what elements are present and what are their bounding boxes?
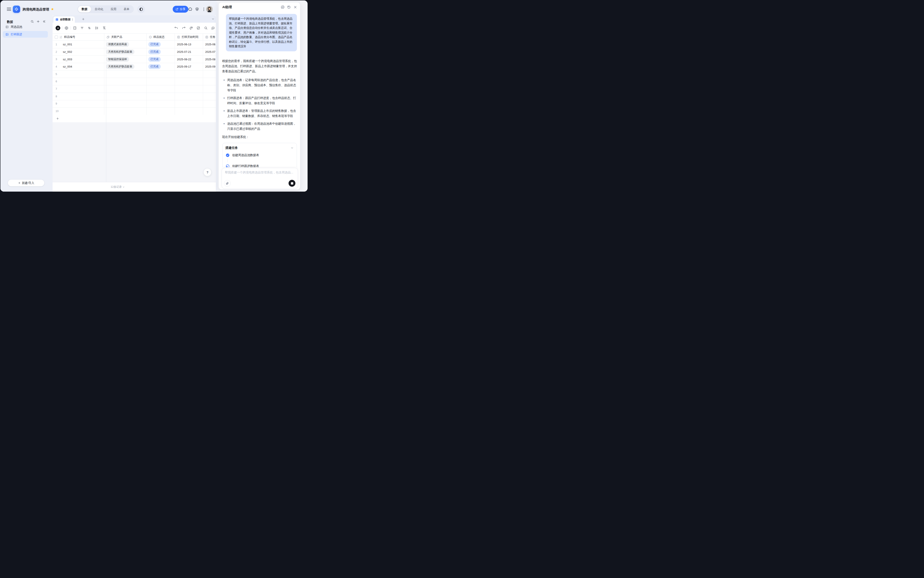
record-count-label: 12条记录 [111,185,122,189]
collapse-sidebar-icon[interactable] [42,19,46,23]
product-chip[interactable]: 便携式迷你风扇 [106,42,129,47]
column-header-related-product[interactable]: 关联产品 [104,34,147,41]
app-logo-icon[interactable] [13,6,20,13]
task-date-cell[interactable]: 2025-08 [203,58,216,61]
product-chip[interactable]: 天然有机护肤品套装 [106,49,135,54]
status-badge[interactable]: 已完成 [148,64,161,69]
select-all-checkbox[interactable] [55,36,58,39]
table-footer-bar: 12条记录 [53,182,216,192]
sort-icon[interactable] [88,26,91,30]
sidebar-item-weekly-pool[interactable]: 周选品池 [3,24,48,30]
table-row[interactable]: 10 [53,107,216,115]
fields-icon[interactable] [73,26,77,30]
spinner-icon [225,164,230,167]
tab-data[interactable]: 数据 [78,6,91,12]
product-chip[interactable]: 天然有机护肤品套装 [106,64,135,69]
sample-id-cell[interactable]: sz_003 [60,58,72,61]
ai-chat-scroll[interactable]: 帮我搭建一个跨境电商选品管理系统，包含周选品池、打样跟进、新品上市跟进销量管理。… [219,12,300,167]
status-badge[interactable]: 已完成 [148,42,161,47]
settings-icon[interactable] [65,26,68,30]
chevron-down-icon[interactable] [211,17,215,21]
table-header-row: 样品编号 关联产品 样品状态 打样开始时间 任务 [53,33,216,41]
avatar[interactable] [206,6,213,13]
history-icon[interactable] [287,5,291,9]
theme-toggle-button[interactable] [137,5,145,13]
view-tab-bar: 全部数据 [53,15,216,23]
sample-id-cell[interactable]: sz_001 [60,43,72,46]
search-table-icon[interactable] [204,26,208,30]
status-badge[interactable]: 已完成 [148,57,161,62]
filter-icon[interactable] [80,26,84,30]
sidebar-item-label: 打样跟进 [11,32,22,36]
product-chip[interactable]: 智能温控保温杯 [106,57,129,62]
table-row[interactable]: 1sz_001 便携式迷你风扇 已完成 2025-06-13 2025-06 [53,41,216,48]
attach-button[interactable] [224,180,231,187]
grid-view-icon [55,18,58,21]
sidebar-item-label: 周选品池 [11,25,22,29]
table-row[interactable]: 9 [53,100,216,108]
sidebar-item-sampling[interactable]: 打样跟进 [3,31,48,37]
tab-forms[interactable]: 表单 [120,6,133,12]
undo-icon[interactable] [174,26,178,30]
table-row[interactable]: 3sz_003 智能温控保温杯 已完成 2025-08-22 2025-08 [53,55,216,63]
search-icon[interactable] [30,19,34,23]
column-label: 样品编号 [64,35,75,39]
add-view-button[interactable] [81,17,85,21]
new-import-button[interactable]: 新建/导入 [8,180,44,186]
comment-icon[interactable] [211,26,215,30]
mode-tabs: 数据 自动化 应用 表单 [77,5,134,13]
row-height-icon[interactable] [95,26,99,30]
bullet-item: 周选品池表：记录每周筛选的产品信息，包含产品名称、类别、供应商、预估成本、预估售… [222,77,297,93]
task-date-cell[interactable]: 2025-07 [203,50,216,54]
table-row[interactable]: 8 [53,93,216,100]
row-number: 7 [53,88,60,91]
redo-icon[interactable] [182,26,186,30]
view-more-icon[interactable] [72,18,73,21]
table-row[interactable]: 5 [53,71,216,78]
sample-id-cell[interactable]: sz_002 [60,50,72,54]
help-button[interactable]: ? [203,168,211,176]
reminder-icon[interactable] [189,26,193,30]
ai-reply-bullets: 周选品池表：记录每周筛选的产品信息，包含产品名称、类别、供应商、预估成本、预估售… [222,77,297,131]
view-tab-all-data[interactable]: 全部数据 [53,16,75,23]
add-row-button[interactable] [53,115,216,122]
hamburger-menu-button[interactable] [7,8,11,11]
close-icon[interactable] [293,5,297,9]
start-date-cell[interactable]: 2025-09-17 [175,65,191,68]
column-header-sample-id[interactable]: 样品编号 [53,34,104,41]
shield-lock-icon[interactable] [195,7,199,11]
tab-apps[interactable]: 应用 [107,6,120,12]
task-date-cell[interactable]: 2025-09 [203,65,216,68]
table-row[interactable]: 7 [53,85,216,93]
plus-icon [56,117,59,120]
stop-button[interactable] [289,180,295,187]
chevron-down-icon[interactable] [290,146,294,149]
start-date-cell[interactable]: 2025-07-21 [175,50,191,54]
column-header-task[interactable]: 任务 [203,34,216,41]
paint-icon[interactable] [102,26,106,30]
task-item-done[interactable]: 创建周选品池数据表 [225,153,294,157]
start-date-cell[interactable]: 2025-08-22 [175,58,191,61]
share-button[interactable]: 分享 [173,6,188,13]
star-icon[interactable]: ★ [51,7,54,11]
task-date-cell[interactable]: 2025-06 [203,43,216,46]
more-icon[interactable] [202,7,205,11]
start-date-cell[interactable]: 2025-06-13 [175,43,191,46]
column-header-start-date[interactable]: 打样开始时间 [175,34,203,41]
status-badge[interactable]: 已完成 [148,49,161,54]
table-row[interactable]: 2sz_002 天然有机护肤品套装 已完成 2025-07-21 2025-07 [53,48,216,56]
sample-id-cell[interactable]: sz_004 [60,65,72,68]
extension-icon[interactable] [188,7,192,11]
table-row[interactable]: 4sz_004 天然有机护肤品套装 已完成 2025-09-17 2025-09 [53,63,216,71]
record-count[interactable]: 12条记录 [111,185,125,189]
new-chat-icon[interactable] [281,5,285,9]
add-table-icon[interactable] [36,19,40,23]
relation-icon [107,36,110,39]
add-record-button[interactable] [55,26,60,30]
task-item-in-progress[interactable]: 创建打样跟进数据表 [225,164,294,167]
table-row[interactable]: 6 [53,78,216,86]
form-icon[interactable] [196,26,200,30]
tab-automation[interactable]: 自动化 [91,6,107,12]
column-header-sample-status[interactable]: 样品状态 [147,34,175,41]
chat-input-box[interactable]: 帮我搭建一个跨境电商选品管理系统，包含周选品... [222,168,298,189]
